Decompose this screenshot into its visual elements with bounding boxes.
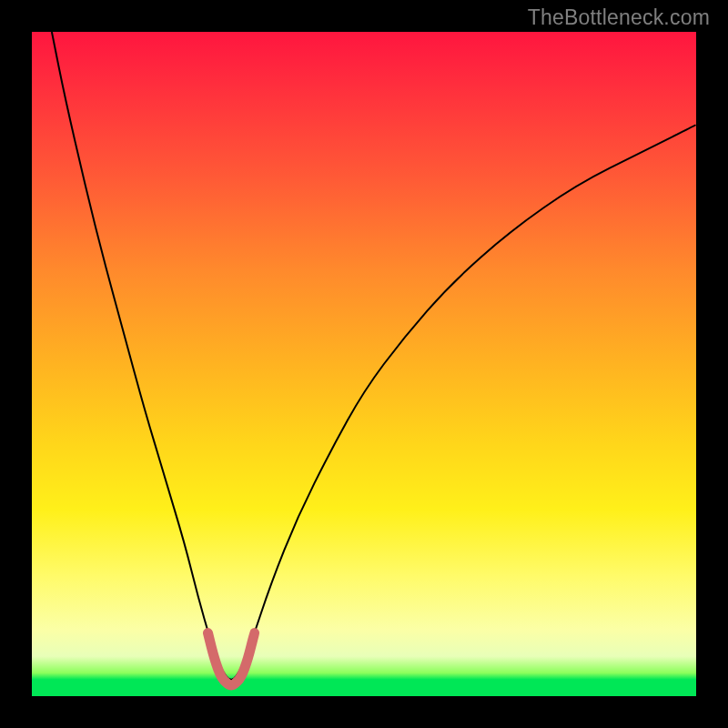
curve-svg [32,32,696,696]
highlight-trough [208,633,255,685]
bottleneck-curve [52,32,696,680]
watermark-text: TheBottleneck.com [528,5,710,30]
plot-area [32,32,696,696]
chart-frame: TheBottleneck.com [0,0,728,728]
